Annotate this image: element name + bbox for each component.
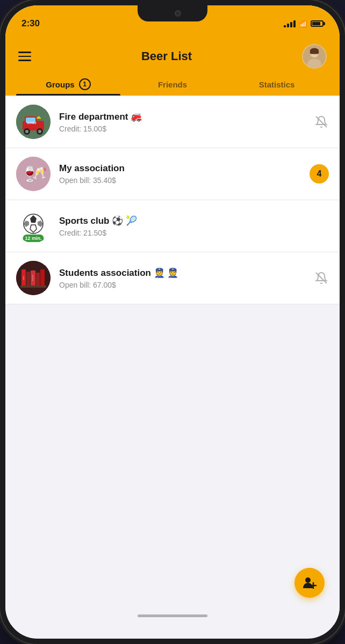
bell-muted-icon bbox=[314, 270, 329, 286]
notification-badge: 4 bbox=[310, 164, 329, 184]
svg-point-13 bbox=[38, 130, 41, 133]
svg-rect-33 bbox=[20, 286, 46, 288]
wifi-icon: 📶 bbox=[299, 20, 307, 28]
tab-statistics[interactable]: Statistics bbox=[225, 72, 329, 96]
camera bbox=[175, 10, 181, 17]
svg-text:🥂: 🥂 bbox=[32, 166, 47, 180]
tab-groups-badge: 1 bbox=[79, 78, 91, 90]
svg-rect-29 bbox=[26, 272, 30, 286]
tab-statistics-label: Statistics bbox=[259, 80, 295, 89]
svg-point-11 bbox=[25, 130, 28, 133]
group-name: Fire department 🚒 bbox=[59, 111, 307, 122]
groups-list: SAMU Fire department 🚒 Credit: 15.00$ bbox=[5, 96, 340, 625]
svg-rect-31 bbox=[36, 273, 40, 286]
list-item[interactable]: Students association 👮 👮 Open bill: 67.0… bbox=[5, 252, 340, 304]
group-name: Sports club ⚽ 🎾 bbox=[59, 215, 322, 226]
group-avatar-fire-dept: SAMU bbox=[16, 105, 51, 139]
tab-groups[interactable]: Groups 1 bbox=[16, 72, 120, 96]
tab-friends-label: Friends bbox=[158, 80, 187, 89]
group-name: Students association 👮 👮 bbox=[59, 267, 307, 279]
list-item[interactable]: 12 min. Sports club ⚽ 🎾 Credit: 21.50$ bbox=[5, 200, 340, 252]
tabs-bar: Groups 1 Friends Statistics bbox=[5, 72, 340, 96]
group-subtitle: Credit: 15.00$ bbox=[59, 125, 307, 133]
group-action-fire-dept bbox=[314, 114, 329, 129]
svg-rect-16 bbox=[38, 116, 40, 119]
svg-rect-5 bbox=[310, 51, 319, 54]
group-action-students bbox=[314, 270, 329, 286]
status-time: 2:30 bbox=[21, 18, 40, 29]
bell-muted-icon bbox=[314, 114, 329, 129]
tab-friends[interactable]: Friends bbox=[120, 72, 225, 96]
user-avatar[interactable] bbox=[302, 44, 327, 69]
svg-text:SAMU: SAMU bbox=[27, 121, 37, 125]
group-info-students: Students association 👮 👮 Open bill: 67.0… bbox=[59, 267, 307, 289]
svg-rect-32 bbox=[40, 269, 45, 286]
avatar-image bbox=[303, 45, 326, 68]
status-icons: 📶 bbox=[284, 20, 324, 28]
group-avatar-sports: 12 min. bbox=[16, 209, 51, 243]
group-subtitle: Open bill: 35.40$ bbox=[59, 176, 303, 185]
group-info-association: My association Open bill: 35.40$ bbox=[59, 163, 303, 185]
app-header: Beer List bbox=[5, 34, 340, 72]
phone-shell: 2:30 📶 Beer List bbox=[0, 0, 345, 644]
svg-point-2 bbox=[307, 59, 321, 69]
group-info-fire-dept: Fire department 🚒 Credit: 15.00$ bbox=[59, 111, 307, 133]
notch bbox=[138, 5, 207, 21]
svg-point-37 bbox=[305, 577, 311, 583]
group-action-association: 4 bbox=[310, 164, 329, 184]
group-name: My association bbox=[59, 163, 303, 174]
screen: 2:30 📶 Beer List bbox=[5, 5, 340, 639]
list-item[interactable]: SAMU Fire department 🚒 Credit: 15.00$ bbox=[5, 96, 340, 148]
tab-groups-label: Groups bbox=[46, 80, 74, 89]
app-title: Beer List bbox=[141, 49, 192, 63]
signal-icon bbox=[284, 20, 296, 27]
battery-icon bbox=[311, 20, 324, 27]
group-subtitle: Open bill: 67.00$ bbox=[59, 281, 307, 289]
group-avatar-association: 🍷 🥂 bbox=[16, 157, 51, 191]
time-badge: 12 min. bbox=[23, 235, 44, 242]
group-subtitle: Credit: 21.50$ bbox=[59, 229, 322, 237]
home-indicator bbox=[138, 614, 207, 617]
group-info-sports: Sports club ⚽ 🎾 Credit: 21.50$ bbox=[59, 215, 322, 237]
group-avatar-students bbox=[16, 261, 51, 295]
menu-button[interactable] bbox=[18, 52, 31, 61]
add-group-button[interactable] bbox=[294, 568, 325, 598]
list-item[interactable]: 🍷 🥂 My association Open bill: 35.40$ 4 bbox=[5, 148, 340, 200]
